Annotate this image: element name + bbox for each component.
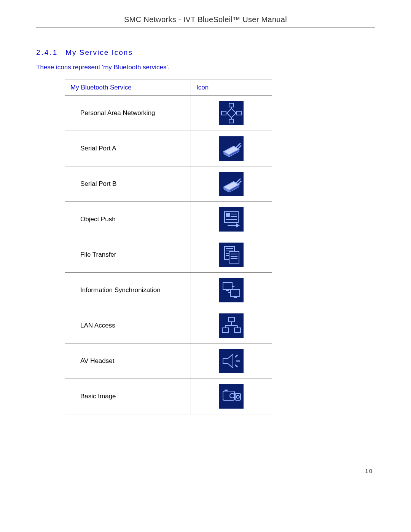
serial-port-b-icon (219, 172, 244, 196)
table-row: Basic Image (65, 379, 272, 414)
svg-rect-37 (231, 289, 240, 296)
service-label: Object Push (65, 202, 191, 237)
table-row: Serial Port A (65, 131, 272, 166)
section-heading: 2.4.1My Service Icons (36, 48, 375, 57)
svg-rect-52 (223, 391, 234, 400)
svg-rect-54 (225, 390, 228, 391)
svg-rect-0 (229, 103, 234, 107)
table-row: Personal Area Networking (65, 96, 272, 131)
svg-rect-31 (229, 252, 239, 263)
service-icon-cell (191, 379, 272, 414)
service-label: LAN Access (65, 308, 191, 343)
service-icons-table: My Bluetooth Service Icon Personal Area … (65, 80, 272, 414)
svg-rect-35 (223, 283, 232, 289)
svg-marker-25 (236, 223, 240, 228)
service-label: AV Headset (65, 343, 191, 379)
page-header-title: SMC Networks - IVT BlueSoleil™ User Manu… (36, 15, 375, 24)
service-label: Serial Port A (65, 131, 191, 166)
svg-rect-2 (221, 111, 226, 115)
file-transfer-icon (219, 243, 244, 267)
svg-rect-46 (222, 328, 228, 332)
service-icon-cell (191, 96, 272, 131)
serial-port-a-icon (219, 136, 244, 161)
svg-point-53 (230, 393, 234, 398)
svg-rect-41 (228, 317, 234, 322)
service-icon-cell (191, 273, 272, 308)
svg-rect-1 (229, 119, 234, 123)
table-row: Object Push (65, 202, 272, 237)
service-label: Serial Port B (65, 166, 191, 202)
service-icon-cell (191, 131, 272, 166)
service-label: Information Synchronization (65, 273, 191, 308)
svg-marker-4 (227, 109, 236, 118)
svg-rect-20 (226, 213, 230, 217)
table-header-row: My Bluetooth Service Icon (65, 80, 272, 96)
service-icon-cell (191, 343, 272, 379)
table-row: Serial Port B (65, 166, 272, 202)
svg-rect-38 (234, 296, 237, 298)
svg-line-49 (235, 355, 237, 357)
object-push-icon (219, 207, 244, 232)
service-icon-cell (191, 308, 272, 343)
section-number: 2.4.1 (36, 48, 58, 56)
basic-image-icon (219, 384, 244, 409)
col-header-service: My Bluetooth Service (65, 80, 191, 96)
table-row: LAN Access (65, 308, 272, 343)
service-label: File Transfer (65, 237, 191, 273)
col-header-icon: Icon (191, 80, 272, 96)
av-headset-icon (219, 349, 244, 373)
table-row: File Transfer (65, 237, 272, 273)
info-sync-icon (219, 278, 244, 302)
service-icon-cell (191, 166, 272, 202)
pan-icon (219, 101, 244, 125)
table-row: Information Synchronization (65, 273, 272, 308)
svg-rect-36 (226, 289, 229, 291)
section-intro: These icons represent 'my Bluetooth serv… (36, 64, 375, 71)
section-title: My Service Icons (65, 48, 133, 56)
svg-rect-47 (234, 328, 241, 332)
lan-access-icon (219, 313, 244, 338)
service-icon-cell (191, 237, 272, 273)
svg-line-51 (235, 365, 237, 367)
svg-rect-3 (237, 111, 241, 115)
header-rule (36, 27, 375, 27)
svg-point-56 (236, 395, 239, 398)
service-icon-cell (191, 202, 272, 237)
svg-marker-48 (223, 354, 233, 368)
service-label: Personal Area Networking (65, 96, 191, 131)
table-row: AV Headset (65, 343, 272, 379)
page-number: 10 (36, 468, 375, 474)
manual-page: SMC Networks - IVT BlueSoleil™ User Manu… (0, 0, 411, 493)
service-label: Basic Image (65, 379, 191, 414)
